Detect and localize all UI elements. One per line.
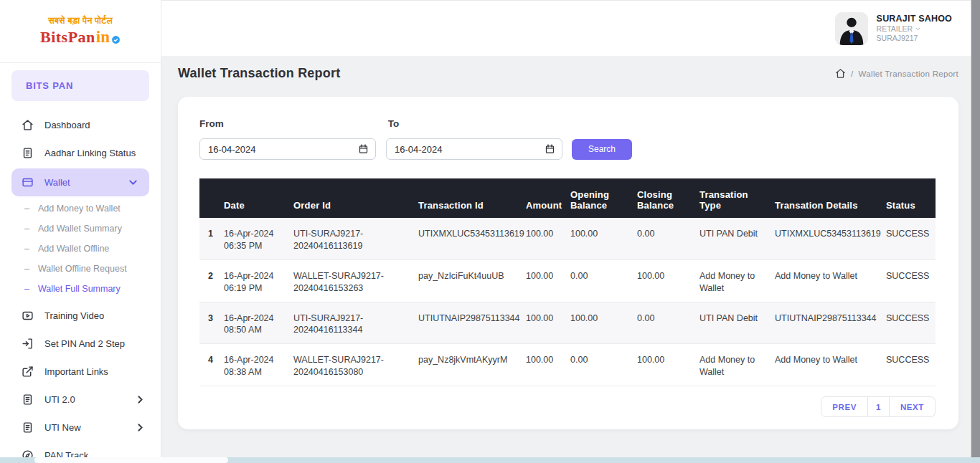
top-header: SURAJIT SAHOO RETAILER SURAJ9217 [161, 0, 971, 56]
sidebar-item-label: UTI New [44, 422, 81, 433]
user-profile[interactable]: SURAJIT SAHOO RETAILER SURAJ9217 [835, 12, 952, 45]
horizontal-scrollbar-thumb[interactable] [34, 457, 228, 463]
sidebar-subitem-add-money-to-wallet[interactable]: –Add Money to Wallet [0, 199, 161, 219]
table-cell: 1 [199, 218, 224, 259]
sidebar-item-label: Aadhar Linking Status [44, 148, 136, 158]
table-cell: UTIXMXLUC53453113619 [418, 218, 526, 259]
brand-logo[interactable]: सबसे बड़ा पैन पोर्टल BitsPanin [0, 0, 161, 63]
dash-bullet: – [24, 204, 29, 214]
table-cell: UTIUTNAIP29875113344 [418, 302, 526, 344]
table-cell: SUCCESS [886, 218, 936, 259]
table-cell: 0.00 [637, 218, 699, 259]
user-id: SURAJ9217 [877, 34, 952, 43]
user-name: SURAJIT SAHOO [877, 14, 952, 25]
document-icon [22, 393, 34, 406]
table-cell: WALLET-SURAJ9217-20240416153080 [293, 344, 418, 386]
column-header: Transaction Id [418, 178, 526, 218]
sidebar-item-label: UTI 2.0 [44, 394, 75, 405]
chevron-down-icon [915, 26, 921, 32]
table-cell: WALLET-SURAJ9217-20240416153263 [293, 259, 418, 302]
table-cell: 100.00 [570, 218, 637, 259]
horizontal-scrollbar[interactable] [0, 457, 980, 463]
table-cell: UTIUTNAIP29875113344 [775, 302, 886, 344]
table-cell: pay_Nz8jkVmtAKyyrM [418, 344, 526, 386]
calendar-icon[interactable] [545, 143, 555, 154]
home-icon [22, 119, 34, 131]
document-icon [22, 421, 34, 434]
user-role-dropdown[interactable]: RETAILER [877, 24, 952, 34]
page-number-button[interactable]: 1 [868, 396, 890, 417]
table-header-row: DateOrder IdTransaction IdAmountOpening … [199, 178, 936, 218]
table-row: 416-Apr-2024 08:38 AMWALLET-SURAJ9217-20… [199, 344, 936, 386]
search-button[interactable]: Search [572, 139, 632, 160]
table-cell: UTI-SURAJ9217-20240416113619 [293, 218, 418, 259]
column-header: Opening Balance [570, 178, 637, 218]
sidebar-subitem-add-wallet-offline[interactable]: –Add Wallet Offline [0, 239, 161, 259]
to-date-input[interactable] [386, 138, 562, 160]
calendar-icon[interactable] [358, 143, 369, 154]
table-cell: Add Money to Wallet [699, 344, 775, 386]
table-cell: 0.00 [570, 344, 637, 386]
table-cell: 16-Apr-2024 06:35 PM [224, 218, 293, 259]
table-cell: UTI PAN Debit [699, 218, 775, 259]
subitem-label: Wallet Offline Request [38, 264, 127, 274]
table-cell: UTI PAN Debit [699, 302, 775, 344]
table-cell: 100.00 [526, 218, 570, 259]
sidebar-item-set-pin[interactable]: Set PIN And 2 Step [0, 330, 161, 358]
report-card: From To Search DateOrder IdTransaction I… [178, 97, 958, 429]
table-cell: 2 [199, 259, 224, 302]
table-cell: 100.00 [526, 344, 570, 386]
table-cell: Add Money to Wallet [775, 259, 886, 302]
table-cell: 100.00 [637, 259, 699, 302]
sidebar-section-label: BITS PAN [11, 70, 149, 101]
sidebar-subitem-add-wallet-summary[interactable]: –Add Wallet Summary [0, 219, 161, 239]
next-page-button[interactable]: NEXT [890, 396, 936, 417]
sidebar-subitem-wallet-offline-request[interactable]: –Wallet Offline Request [0, 259, 161, 279]
from-date-field [199, 138, 376, 160]
table-cell: pay_NzIciFuKt4uuUB [418, 259, 526, 302]
table-row: 316-Apr-2024 08:50 AMUTI-SURAJ9217-20240… [199, 302, 936, 344]
vertical-scrollbar[interactable] [971, 0, 980, 463]
column-header: Transation Type [699, 178, 775, 218]
sidebar-item-uti-2[interactable]: UTI 2.0 [0, 386, 161, 414]
dash-bullet: – [24, 264, 29, 274]
sidebar-item-uti-new[interactable]: UTI New [0, 414, 161, 441]
dash-bullet: – [24, 224, 29, 234]
column-header: Closing Balance [637, 178, 699, 218]
chevron-down-icon [127, 176, 139, 188]
sidebar-item-wallet[interactable]: Wallet [11, 168, 149, 196]
to-date-field [386, 138, 562, 160]
table-row: 116-Apr-2024 06:35 PMUTI-SURAJ9217-20240… [199, 218, 936, 259]
table-cell: UTIXMXLUC53453113619 [775, 218, 886, 259]
to-label: To [388, 118, 400, 129]
avatar [835, 12, 868, 45]
table-cell: 100.00 [526, 259, 570, 302]
sidebar-item-important-links[interactable]: Important Links [0, 358, 161, 386]
wallet-submenu: –Add Money to Wallet –Add Wallet Summary… [0, 199, 161, 299]
transactions-table: DateOrder IdTransaction IdAmountOpening … [199, 178, 936, 386]
video-icon [22, 310, 34, 322]
table-cell: 100.00 [637, 344, 699, 386]
user-role-label: RETAILER [877, 24, 913, 34]
document-icon [22, 147, 34, 159]
table-cell: 4 [199, 344, 224, 386]
sidebar-subitem-wallet-full-summary[interactable]: –Wallet Full Summary [0, 279, 161, 299]
sidebar-item-dashboard[interactable]: Dashboard [0, 111, 161, 139]
table-cell: Add Money to Wallet [699, 259, 775, 302]
home-icon[interactable] [835, 68, 846, 79]
subitem-label: Add Money to Wallet [38, 204, 121, 214]
verified-badge-icon [111, 35, 121, 44]
prev-page-button[interactable]: PREV [821, 396, 868, 417]
table-cell: Add Money to Wallet [775, 344, 886, 386]
from-date-input[interactable] [199, 138, 376, 160]
sidebar-item-training-video[interactable]: Training Video [0, 302, 161, 330]
sidebar-item-label: Set PIN And 2 Step [44, 338, 125, 349]
column-header [199, 178, 224, 218]
sidebar-item-aadhar-linking-status[interactable]: Aadhar Linking Status [0, 139, 161, 167]
table-cell: 0.00 [637, 302, 699, 344]
column-header: Order Id [293, 178, 418, 218]
brand-name: BitsPan [40, 28, 95, 47]
breadcrumb: / Wallet Transaction Report [835, 68, 958, 79]
table-cell: SUCCESS [886, 302, 936, 344]
column-header: Date [224, 178, 293, 218]
